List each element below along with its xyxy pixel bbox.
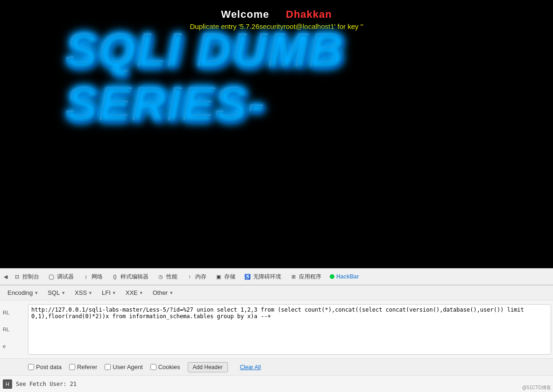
network-label: 网络 — [92, 273, 103, 281]
welcome-label: Welcome — [221, 8, 269, 20]
welcome-line: Welcome Dhakkan — [221, 8, 332, 21]
menu-item-xxe[interactable]: XXE ▼ — [122, 287, 147, 298]
storage-label: 存储 — [224, 273, 235, 281]
debugger-label: 调试器 — [57, 273, 74, 281]
post-data-checkbox[interactable] — [28, 364, 34, 370]
menu-item-sql[interactable]: SQL ▼ — [44, 287, 69, 298]
add-header-button[interactable]: Add Header — [188, 362, 228, 372]
bottom-bar: Post data Referer User Agent Cookies Add… — [0, 358, 553, 375]
sql-arrow-icon: ▼ — [61, 291, 65, 295]
url-label-rl2: RL — [3, 326, 25, 333]
cookies-checkbox[interactable] — [150, 364, 156, 370]
xxe-label: XXE — [126, 289, 138, 296]
application-icon: ⊞ — [290, 273, 297, 280]
memory-icon: ↑ — [186, 273, 193, 280]
debugger-icon: ◯ — [48, 273, 55, 280]
logo-text: SQLI DUMB SERIES- — [66, 23, 487, 131]
devtools-tab-debugger[interactable]: ◯ 调试器 — [44, 271, 78, 283]
devtools-bar: ◀ ⊡ 控制台 ◯ 调试器 ↕ 网络 {} 样式编辑器 ◷ 性能 ↑ 内存 ▣ … — [0, 268, 553, 285]
url-labels: RL RL e — [0, 302, 28, 356]
devtools-tab-network[interactable]: ↕ 网络 — [78, 271, 106, 283]
watermark: @51CTO博客 — [522, 385, 551, 391]
main-content: Welcome Dhakkan Duplicate entry '5.7.26s… — [0, 0, 553, 285]
devtools-tab-storage[interactable]: ▣ 存储 — [211, 271, 239, 283]
referer-checkbox[interactable] — [69, 364, 75, 370]
url-area: RL RL e — [0, 300, 553, 358]
encoding-label: Encoding — [7, 289, 33, 296]
devtools-tab-memory[interactable]: ↑ 内存 — [182, 271, 210, 283]
fetch-button[interactable]: H — [3, 379, 12, 389]
devtools-tab-accessibility[interactable]: ♿ 无障碍环境 — [240, 271, 285, 283]
other-arrow-icon: ▼ — [169, 291, 173, 295]
devtools-arrow[interactable]: ◀ — [3, 272, 8, 282]
devtools-tab-performance[interactable]: ◷ 性能 — [153, 271, 181, 283]
url-input[interactable] — [28, 304, 551, 355]
user-agent-label: User Agent — [113, 363, 142, 371]
url-inputs — [28, 302, 553, 356]
console-icon: ⊡ — [13, 273, 21, 280]
clear-all-button[interactable]: Clear All — [235, 363, 266, 372]
logo-container: SQLI DUMB SERIES- — [66, 49, 487, 105]
performance-label: 性能 — [166, 273, 177, 281]
application-label: 应用程序 — [299, 273, 321, 281]
referer-checkbox-label[interactable]: Referer — [69, 363, 97, 371]
storage-icon: ▣ — [215, 273, 222, 280]
cookies-label: Cookies — [158, 363, 180, 371]
username: Dhakkan — [286, 8, 332, 20]
console-label: 控制台 — [22, 273, 39, 281]
url-input-row — [28, 304, 551, 355]
performance-icon: ◷ — [157, 273, 164, 280]
encoding-arrow-icon: ▼ — [34, 291, 38, 295]
menu-item-lfi[interactable]: LFI ▼ — [98, 287, 120, 298]
menu-item-xss[interactable]: XSS ▼ — [71, 287, 96, 298]
post-data-label: Post data — [36, 363, 62, 371]
style-editor-label: 样式编辑器 — [121, 273, 149, 281]
cookies-checkbox-label[interactable]: Cookies — [150, 363, 180, 371]
memory-label: 内存 — [195, 273, 206, 281]
hackbar-dot-icon — [330, 274, 334, 279]
devtools-tab-style-editor[interactable]: {} 样式编辑器 — [107, 271, 152, 283]
url-label-e: e — [3, 342, 25, 350]
xxe-arrow-icon: ▼ — [139, 291, 143, 295]
url-label-rl1: RL — [3, 309, 25, 316]
user-agent-checkbox[interactable] — [105, 364, 111, 370]
lfi-arrow-icon: ▼ — [112, 291, 116, 295]
lfi-label: LFI — [102, 289, 111, 296]
network-icon: ↕ — [82, 273, 90, 280]
devtools-tab-application[interactable]: ⊞ 应用程序 — [286, 271, 325, 283]
accessibility-icon: ♿ — [244, 273, 251, 280]
accessibility-label: 无障碍环境 — [253, 273, 281, 281]
user-agent-checkbox-label[interactable]: User Agent — [105, 363, 142, 371]
style-editor-icon: {} — [111, 273, 119, 280]
sql-label: SQL — [48, 289, 60, 296]
devtools-tab-console[interactable]: ⊡ 控制台 — [9, 271, 43, 283]
post-data-checkbox-label[interactable]: Post data — [28, 363, 62, 371]
referer-label: Referer — [77, 363, 97, 371]
hackbar-menu: Encoding ▼ SQL ▼ XSS ▼ LFI ▼ XXE ▼ Other… — [0, 285, 553, 300]
menu-item-encoding[interactable]: Encoding ▼ — [4, 287, 42, 298]
fetch-text: See Fetch User: 21 — [16, 381, 77, 387]
hackbar-panel: Encoding ▼ SQL ▼ XSS ▼ LFI ▼ XXE ▼ Other… — [0, 285, 553, 392]
other-label: Other — [153, 289, 168, 296]
fetch-row: H See Fetch User: 21 — [0, 375, 553, 392]
menu-item-other[interactable]: Other ▼ — [149, 287, 177, 298]
xss-label: XSS — [75, 289, 87, 296]
hackbar-label: HackBar — [336, 273, 359, 280]
devtools-tab-hackbar[interactable]: HackBar — [326, 271, 363, 282]
xss-arrow-icon: ▼ — [88, 291, 92, 295]
